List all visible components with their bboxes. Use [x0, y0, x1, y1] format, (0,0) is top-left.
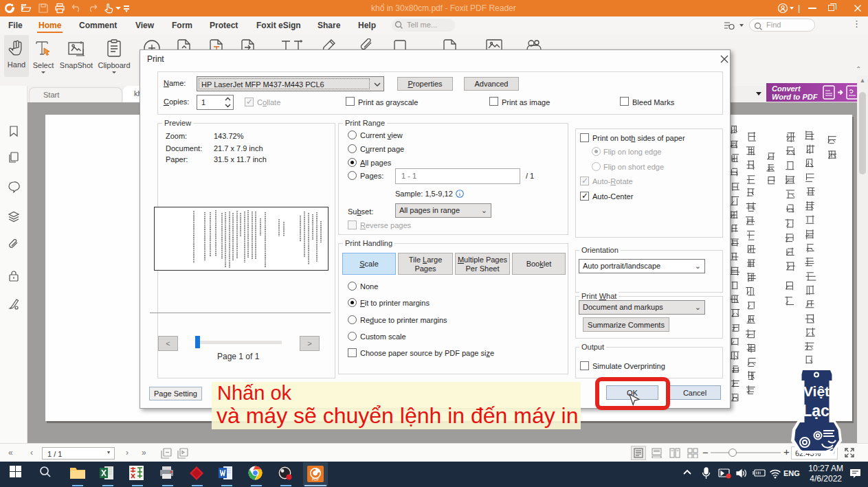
svg-text:Việt: Việt: [803, 383, 830, 399]
svg-text:Lạc: Lạc: [802, 402, 830, 420]
svg-text:PDF: PDF: [312, 477, 319, 482]
